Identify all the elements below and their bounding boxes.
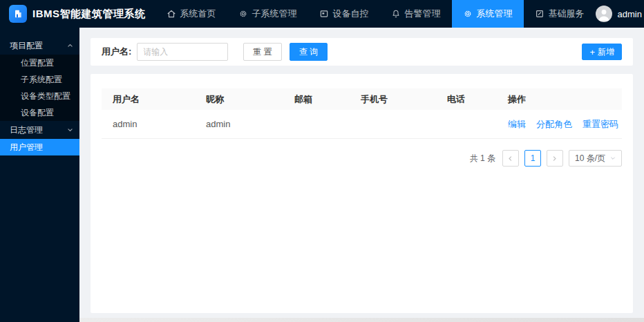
- pagination-total: 共 1 条: [470, 153, 495, 164]
- assign-role-link[interactable]: 分配角色: [536, 118, 572, 131]
- pagination-next-button[interactable]: [547, 150, 563, 167]
- sidebar-item-label: 用户管理: [10, 142, 43, 153]
- top-navigation-bar: IBMS智能建筑管理系统 系统首页 子系统管理: [0, 0, 644, 28]
- column-header-email: 邮箱: [283, 93, 350, 106]
- cell-nickname: admin: [195, 119, 283, 129]
- pagination-prev-button[interactable]: [502, 150, 519, 167]
- column-header-nickname: 昵称: [195, 93, 283, 106]
- table-row: admin admin 编辑 分配角色 重置密码 删除: [102, 110, 622, 139]
- sidebar-item-user-management[interactable]: 用户管理: [0, 139, 79, 155]
- column-header-phone: 电话: [436, 93, 497, 106]
- nav-item-label: 告警管理: [405, 8, 441, 20]
- user-table-card: 用户名 昵称 邮箱 手机号 电话 操作 admin admin 编辑 分配角色 …: [91, 74, 633, 313]
- sidebar-item-label: 日志管理: [10, 124, 43, 136]
- sidebar-item-label: 项目配置: [10, 40, 43, 52]
- sidebar-item-device-type-config[interactable]: 设备类型配置: [0, 88, 79, 104]
- sidebar-item-log-management[interactable]: 日志管理: [0, 121, 79, 139]
- chevron-left-icon: [507, 155, 513, 162]
- main-content: 用户名: 重 置 查 询 + 新增 用户名 昵称 邮箱 手机号 电话 操作 ad…: [79, 28, 644, 322]
- search-button[interactable]: 查 询: [290, 43, 328, 61]
- nav-item-device-autocontrol[interactable]: 设备自控: [308, 0, 380, 28]
- cell-actions: 编辑 分配角色 重置密码 删除: [497, 118, 622, 131]
- add-user-button[interactable]: + 新增: [582, 44, 622, 60]
- top-nav-menu: 系统首页 子系统管理 设备自控 告警管理: [155, 0, 596, 28]
- cell-username: admin: [102, 119, 195, 129]
- avatar: [596, 6, 612, 22]
- column-header-actions: 操作: [497, 93, 622, 106]
- sidebar-item-label: 位置配置: [21, 57, 54, 69]
- table-header-row: 用户名 昵称 邮箱 手机号 电话 操作: [102, 88, 622, 110]
- pagination-page-1[interactable]: 1: [524, 150, 541, 167]
- add-button-label: 新增: [598, 46, 614, 58]
- sidebar-menu: 项目配置 位置配置 子系统配置 设备类型配置 设备配置 日志管理 用户管理: [0, 28, 79, 322]
- building-icon: [12, 8, 23, 19]
- sidebar-item-subsystem-config[interactable]: 子系统配置: [0, 71, 79, 88]
- nav-item-label: 子系统管理: [252, 8, 297, 20]
- nav-item-label: 系统首页: [180, 8, 216, 20]
- app-logo: [9, 5, 27, 23]
- pagination: 共 1 条 1 10 条/页: [102, 150, 622, 167]
- username-field-label: 用户名:: [102, 46, 131, 58]
- sidebar-item-label: 设备类型配置: [21, 91, 70, 102]
- username-label: admin: [618, 9, 642, 19]
- nav-item-label: 基础服务: [549, 8, 585, 20]
- edit-square-icon: [535, 9, 544, 19]
- reset-password-link[interactable]: 重置密码: [583, 118, 618, 131]
- gear-icon: [238, 9, 248, 19]
- chevron-down-icon: [610, 155, 616, 161]
- home-icon: [167, 9, 176, 19]
- sidebar-item-location-config[interactable]: 位置配置: [0, 55, 79, 71]
- nav-item-label: 系统管理: [477, 8, 513, 20]
- nav-item-system-home[interactable]: 系统首页: [155, 0, 227, 28]
- user-menu[interactable]: admin: [596, 6, 642, 22]
- chevron-right-icon: [551, 155, 558, 162]
- page-size-select[interactable]: 10 条/页: [569, 150, 622, 167]
- sidebar-item-project-config[interactable]: 项目配置: [0, 37, 79, 55]
- nav-item-basic-services[interactable]: 基础服务: [524, 0, 596, 28]
- sidebar-item-label: 设备配置: [21, 107, 54, 119]
- horizontal-scrollbar[interactable]: [79, 318, 644, 322]
- edit-link[interactable]: 编辑: [508, 118, 526, 131]
- app-title: IBMS智能建筑管理系统: [32, 8, 146, 21]
- username-input[interactable]: [137, 43, 228, 61]
- plus-icon: +: [589, 48, 595, 57]
- chevron-up-icon: [67, 43, 73, 49]
- bell-icon: [391, 9, 401, 19]
- user-avatar-icon: [596, 6, 612, 22]
- chevron-down-icon: [67, 127, 73, 133]
- page-size-value: 10 条/页: [575, 153, 605, 164]
- gear-icon: [463, 9, 473, 19]
- column-header-username: 用户名: [102, 93, 195, 106]
- column-header-mobile: 手机号: [350, 93, 436, 106]
- nav-item-label: 设备自控: [333, 8, 369, 20]
- nav-item-alarm-management[interactable]: 告警管理: [380, 0, 452, 28]
- sidebar-item-device-config[interactable]: 设备配置: [0, 104, 79, 121]
- sidebar-item-label: 子系统配置: [21, 74, 62, 86]
- reset-button[interactable]: 重 置: [243, 43, 281, 61]
- control-panel-icon: [319, 9, 329, 19]
- nav-item-system-management[interactable]: 系统管理: [452, 0, 524, 28]
- nav-item-subsystem-management[interactable]: 子系统管理: [227, 0, 308, 28]
- filter-bar: 用户名: 重 置 查 询 + 新增: [91, 38, 633, 66]
